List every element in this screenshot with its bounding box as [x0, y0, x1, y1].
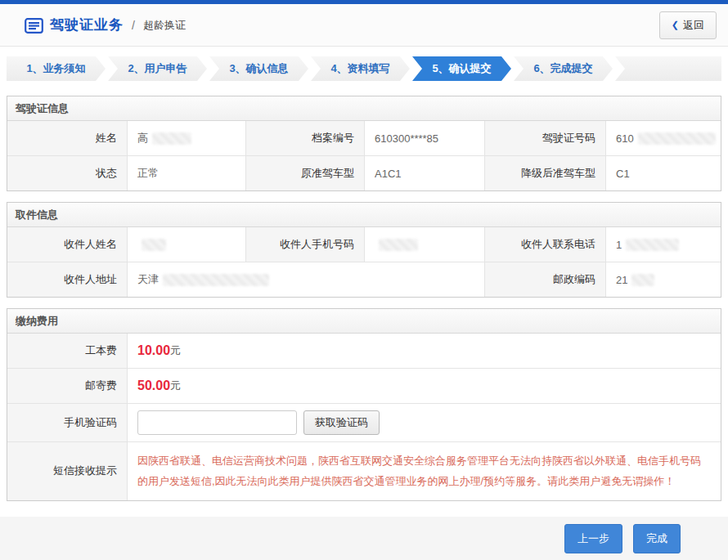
table-row: 状态 正常 原准驾车型 A1C1 降级后准驾车型 C1: [7, 156, 721, 190]
license-section-title: 驾驶证信息: [7, 96, 721, 121]
recipient-phone-label: 收件人联系电话: [485, 227, 606, 262]
postage-fee-label: 邮寄费: [7, 369, 128, 403]
sms-notice-text: 因陕西省联通、电信运营商技术问题，陕西省互联网交通安全综合服务管理平台无法向持陕…: [137, 450, 703, 492]
license-number-value: 610: [606, 121, 721, 155]
table-row: 收件人地址 天津 邮政编码 21: [7, 262, 721, 297]
fees-section-title: 缴纳费用: [7, 309, 721, 334]
name-label: 姓名: [7, 121, 128, 155]
sms-code-input[interactable]: [137, 410, 297, 435]
recipient-phone-value: 1: [606, 227, 721, 262]
sms-notice-label: 短信接收提示: [7, 442, 128, 500]
step-6-complete-submit: 6、完成提交: [514, 56, 613, 81]
recipient-address-value: 天津: [128, 262, 485, 297]
redacted-value: [626, 239, 679, 251]
production-fee-value: 10.00元: [128, 334, 721, 368]
footer-action-bar: 上一步 完成: [0, 517, 728, 560]
id-card-list-icon: [25, 18, 43, 34]
pickup-section-title: 取件信息: [7, 203, 721, 227]
redacted-value: [638, 132, 716, 145]
postal-code-value: 21: [606, 262, 721, 297]
page-title: 驾驶证业务: [50, 16, 124, 34]
redacted-value: [142, 239, 166, 251]
step-1-business-notice: 1、业务须知: [7, 56, 106, 81]
table-row: 工本费 10.00元: [7, 334, 721, 369]
status-label: 状态: [7, 156, 128, 190]
redacted-value: [379, 239, 418, 251]
recipient-address-label: 收件人地址: [7, 262, 128, 297]
file-number-label: 档案编号: [246, 121, 365, 155]
title-separator: /: [132, 19, 135, 32]
sms-notice-cell: 因陕西省联通、电信运营商技术问题，陕西省互联网交通安全综合服务管理平台无法向持陕…: [128, 442, 721, 500]
status-value: 正常: [128, 156, 246, 190]
file-number-value: 610300****85: [365, 121, 485, 155]
postage-fee-value: 50.00元: [128, 369, 721, 403]
prev-step-button[interactable]: 上一步: [564, 524, 622, 553]
postal-code-label: 邮政编码: [485, 262, 606, 297]
pickup-info-section: 取件信息 收件人姓名 收件人手机号码 收件人联系电话 1 收件人地址 天津 邮政…: [7, 202, 721, 298]
name-value: 高: [128, 121, 246, 155]
redacted-value: [631, 274, 654, 286]
table-row: 收件人姓名 收件人手机号码 收件人联系电话 1: [7, 227, 721, 262]
step-wizard-filler: [615, 56, 721, 81]
title-group: 驾驶证业务 / 超龄换证: [25, 16, 186, 34]
recipient-mobile-label: 收件人手机号码: [246, 227, 365, 262]
original-class-label: 原准驾车型: [246, 156, 365, 190]
back-button-label: 返回: [683, 18, 704, 33]
table-row: 手机验证码 获取验证码: [7, 404, 721, 442]
page-header: 驾驶证业务 / 超龄换证 ❮ 返回: [0, 4, 728, 47]
redacted-value: [152, 132, 191, 145]
original-class-value: A1C1: [365, 156, 485, 190]
redacted-value: [163, 274, 269, 286]
recipient-name-label: 收件人姓名: [7, 227, 128, 262]
step-wizard: 1、业务须知 2、用户申告 3、确认信息 4、资料填写 5、确认提交 6、完成提…: [7, 56, 721, 81]
recipient-name-value: [128, 227, 246, 262]
table-row: 姓名 高 档案编号 610300****85 驾驶证号码 610: [7, 121, 721, 156]
chevron-left-icon: ❮: [672, 20, 679, 30]
page-subtitle: 超龄换证: [143, 18, 186, 33]
back-button[interactable]: ❮ 返回: [659, 11, 717, 39]
downgraded-class-label: 降级后准驾车型: [485, 156, 606, 190]
license-number-label: 驾驶证号码: [485, 121, 606, 155]
table-row: 短信接收提示 因陕西省联通、电信运营商技术问题，陕西省互联网交通安全综合服务管理…: [7, 442, 721, 500]
step-4-fill-data: 4、资料填写: [311, 56, 410, 81]
step-5-confirm-submit: 5、确认提交: [412, 56, 511, 81]
step-3-confirm-info: 3、确认信息: [209, 56, 308, 81]
sms-code-cell: 获取验证码: [128, 404, 721, 441]
downgraded-class-value: C1: [606, 156, 721, 190]
finish-button[interactable]: 完成: [633, 524, 681, 553]
get-sms-code-button[interactable]: 获取验证码: [303, 410, 380, 435]
step-2-user-declaration: 2、用户申告: [108, 56, 207, 81]
sms-code-label: 手机验证码: [7, 404, 128, 441]
license-info-section: 驾驶证信息 姓名 高 档案编号 610300****85 驾驶证号码 610 状…: [7, 96, 721, 191]
production-fee-label: 工本费: [7, 334, 128, 368]
table-row: 邮寄费 50.00元: [7, 369, 721, 404]
fees-section: 缴纳费用 工本费 10.00元 邮寄费 50.00元 手机验证码 获取验证码 短…: [7, 308, 721, 501]
recipient-mobile-value: [365, 227, 485, 262]
